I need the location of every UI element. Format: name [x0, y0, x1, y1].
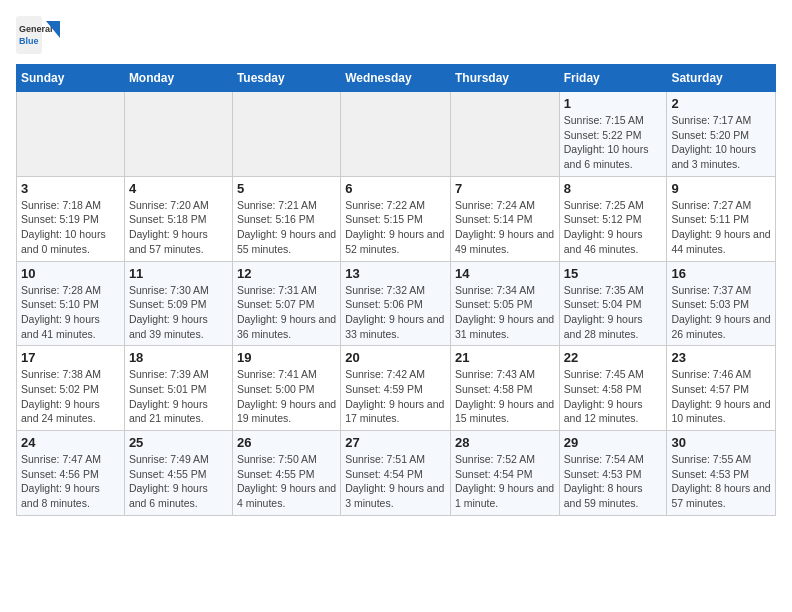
day-info: Sunrise: 7:42 AM Sunset: 4:59 PM Dayligh… — [345, 367, 446, 426]
weekday-header-thursday: Thursday — [450, 65, 559, 92]
day-cell: 8Sunrise: 7:25 AM Sunset: 5:12 PM Daylig… — [559, 176, 667, 261]
day-info: Sunrise: 7:20 AM Sunset: 5:18 PM Dayligh… — [129, 198, 228, 257]
day-cell: 12Sunrise: 7:31 AM Sunset: 5:07 PM Dayli… — [232, 261, 340, 346]
day-cell: 19Sunrise: 7:41 AM Sunset: 5:00 PM Dayli… — [232, 346, 340, 431]
day-number: 12 — [237, 266, 336, 281]
day-cell: 11Sunrise: 7:30 AM Sunset: 5:09 PM Dayli… — [124, 261, 232, 346]
day-info: Sunrise: 7:38 AM Sunset: 5:02 PM Dayligh… — [21, 367, 120, 426]
svg-text:Blue: Blue — [19, 36, 39, 46]
day-number: 7 — [455, 181, 555, 196]
day-info: Sunrise: 7:34 AM Sunset: 5:05 PM Dayligh… — [455, 283, 555, 342]
day-cell: 20Sunrise: 7:42 AM Sunset: 4:59 PM Dayli… — [341, 346, 451, 431]
day-cell — [450, 92, 559, 177]
day-number: 29 — [564, 435, 663, 450]
day-info: Sunrise: 7:31 AM Sunset: 5:07 PM Dayligh… — [237, 283, 336, 342]
day-number: 24 — [21, 435, 120, 450]
weekday-header-wednesday: Wednesday — [341, 65, 451, 92]
weekday-header-saturday: Saturday — [667, 65, 776, 92]
day-cell: 3Sunrise: 7:18 AM Sunset: 5:19 PM Daylig… — [17, 176, 125, 261]
day-info: Sunrise: 7:45 AM Sunset: 4:58 PM Dayligh… — [564, 367, 663, 426]
week-row-1: 1Sunrise: 7:15 AM Sunset: 5:22 PM Daylig… — [17, 92, 776, 177]
calendar: SundayMondayTuesdayWednesdayThursdayFrid… — [16, 64, 776, 516]
day-cell — [124, 92, 232, 177]
day-number: 8 — [564, 181, 663, 196]
day-cell: 10Sunrise: 7:28 AM Sunset: 5:10 PM Dayli… — [17, 261, 125, 346]
day-cell: 27Sunrise: 7:51 AM Sunset: 4:54 PM Dayli… — [341, 431, 451, 516]
day-info: Sunrise: 7:50 AM Sunset: 4:55 PM Dayligh… — [237, 452, 336, 511]
day-number: 23 — [671, 350, 771, 365]
day-info: Sunrise: 7:35 AM Sunset: 5:04 PM Dayligh… — [564, 283, 663, 342]
day-number: 14 — [455, 266, 555, 281]
day-info: Sunrise: 7:43 AM Sunset: 4:58 PM Dayligh… — [455, 367, 555, 426]
day-cell: 1Sunrise: 7:15 AM Sunset: 5:22 PM Daylig… — [559, 92, 667, 177]
day-number: 20 — [345, 350, 446, 365]
day-cell: 23Sunrise: 7:46 AM Sunset: 4:57 PM Dayli… — [667, 346, 776, 431]
day-info: Sunrise: 7:39 AM Sunset: 5:01 PM Dayligh… — [129, 367, 228, 426]
day-cell: 13Sunrise: 7:32 AM Sunset: 5:06 PM Dayli… — [341, 261, 451, 346]
day-cell: 30Sunrise: 7:55 AM Sunset: 4:53 PM Dayli… — [667, 431, 776, 516]
day-info: Sunrise: 7:49 AM Sunset: 4:55 PM Dayligh… — [129, 452, 228, 511]
weekday-header-row: SundayMondayTuesdayWednesdayThursdayFrid… — [17, 65, 776, 92]
header: General Blue — [16, 16, 776, 56]
week-row-3: 10Sunrise: 7:28 AM Sunset: 5:10 PM Dayli… — [17, 261, 776, 346]
day-info: Sunrise: 7:41 AM Sunset: 5:00 PM Dayligh… — [237, 367, 336, 426]
day-info: Sunrise: 7:24 AM Sunset: 5:14 PM Dayligh… — [455, 198, 555, 257]
day-number: 16 — [671, 266, 771, 281]
day-number: 10 — [21, 266, 120, 281]
day-number: 13 — [345, 266, 446, 281]
day-cell: 21Sunrise: 7:43 AM Sunset: 4:58 PM Dayli… — [450, 346, 559, 431]
day-number: 27 — [345, 435, 446, 450]
day-cell: 18Sunrise: 7:39 AM Sunset: 5:01 PM Dayli… — [124, 346, 232, 431]
day-number: 22 — [564, 350, 663, 365]
day-cell: 29Sunrise: 7:54 AM Sunset: 4:53 PM Dayli… — [559, 431, 667, 516]
day-number: 28 — [455, 435, 555, 450]
day-number: 2 — [671, 96, 771, 111]
day-cell: 4Sunrise: 7:20 AM Sunset: 5:18 PM Daylig… — [124, 176, 232, 261]
week-row-4: 17Sunrise: 7:38 AM Sunset: 5:02 PM Dayli… — [17, 346, 776, 431]
day-info: Sunrise: 7:17 AM Sunset: 5:20 PM Dayligh… — [671, 113, 771, 172]
day-number: 5 — [237, 181, 336, 196]
day-cell: 9Sunrise: 7:27 AM Sunset: 5:11 PM Daylig… — [667, 176, 776, 261]
day-info: Sunrise: 7:25 AM Sunset: 5:12 PM Dayligh… — [564, 198, 663, 257]
day-info: Sunrise: 7:47 AM Sunset: 4:56 PM Dayligh… — [21, 452, 120, 511]
day-cell: 16Sunrise: 7:37 AM Sunset: 5:03 PM Dayli… — [667, 261, 776, 346]
svg-rect-0 — [16, 16, 42, 54]
day-cell: 2Sunrise: 7:17 AM Sunset: 5:20 PM Daylig… — [667, 92, 776, 177]
day-cell: 5Sunrise: 7:21 AM Sunset: 5:16 PM Daylig… — [232, 176, 340, 261]
day-cell: 14Sunrise: 7:34 AM Sunset: 5:05 PM Dayli… — [450, 261, 559, 346]
day-info: Sunrise: 7:28 AM Sunset: 5:10 PM Dayligh… — [21, 283, 120, 342]
day-info: Sunrise: 7:32 AM Sunset: 5:06 PM Dayligh… — [345, 283, 446, 342]
day-cell: 26Sunrise: 7:50 AM Sunset: 4:55 PM Dayli… — [232, 431, 340, 516]
day-info: Sunrise: 7:54 AM Sunset: 4:53 PM Dayligh… — [564, 452, 663, 511]
day-number: 9 — [671, 181, 771, 196]
day-number: 4 — [129, 181, 228, 196]
day-number: 26 — [237, 435, 336, 450]
week-row-5: 24Sunrise: 7:47 AM Sunset: 4:56 PM Dayli… — [17, 431, 776, 516]
day-cell: 25Sunrise: 7:49 AM Sunset: 4:55 PM Dayli… — [124, 431, 232, 516]
day-cell: 6Sunrise: 7:22 AM Sunset: 5:15 PM Daylig… — [341, 176, 451, 261]
day-number: 25 — [129, 435, 228, 450]
day-cell: 7Sunrise: 7:24 AM Sunset: 5:14 PM Daylig… — [450, 176, 559, 261]
day-cell: 22Sunrise: 7:45 AM Sunset: 4:58 PM Dayli… — [559, 346, 667, 431]
day-number: 21 — [455, 350, 555, 365]
day-info: Sunrise: 7:22 AM Sunset: 5:15 PM Dayligh… — [345, 198, 446, 257]
day-info: Sunrise: 7:30 AM Sunset: 5:09 PM Dayligh… — [129, 283, 228, 342]
day-number: 6 — [345, 181, 446, 196]
day-info: Sunrise: 7:37 AM Sunset: 5:03 PM Dayligh… — [671, 283, 771, 342]
day-number: 3 — [21, 181, 120, 196]
day-cell — [341, 92, 451, 177]
day-info: Sunrise: 7:27 AM Sunset: 5:11 PM Dayligh… — [671, 198, 771, 257]
logo-svg: General Blue — [16, 16, 66, 56]
svg-text:General: General — [19, 24, 53, 34]
weekday-header-friday: Friday — [559, 65, 667, 92]
day-info: Sunrise: 7:15 AM Sunset: 5:22 PM Dayligh… — [564, 113, 663, 172]
logo: General Blue — [16, 16, 66, 56]
day-number: 18 — [129, 350, 228, 365]
day-number: 30 — [671, 435, 771, 450]
day-cell — [232, 92, 340, 177]
day-number: 17 — [21, 350, 120, 365]
day-number: 15 — [564, 266, 663, 281]
day-cell: 17Sunrise: 7:38 AM Sunset: 5:02 PM Dayli… — [17, 346, 125, 431]
day-info: Sunrise: 7:46 AM Sunset: 4:57 PM Dayligh… — [671, 367, 771, 426]
day-number: 19 — [237, 350, 336, 365]
